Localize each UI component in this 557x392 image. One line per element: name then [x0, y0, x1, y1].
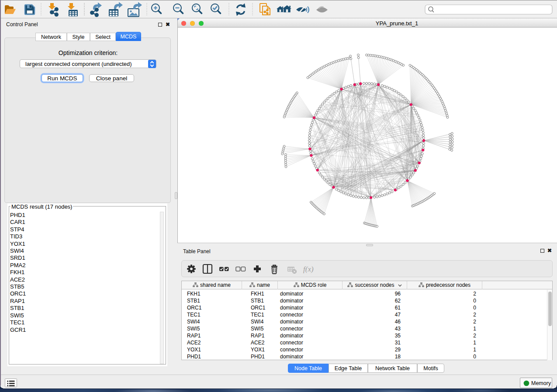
svg-text:f(x): f(x)	[303, 265, 314, 273]
